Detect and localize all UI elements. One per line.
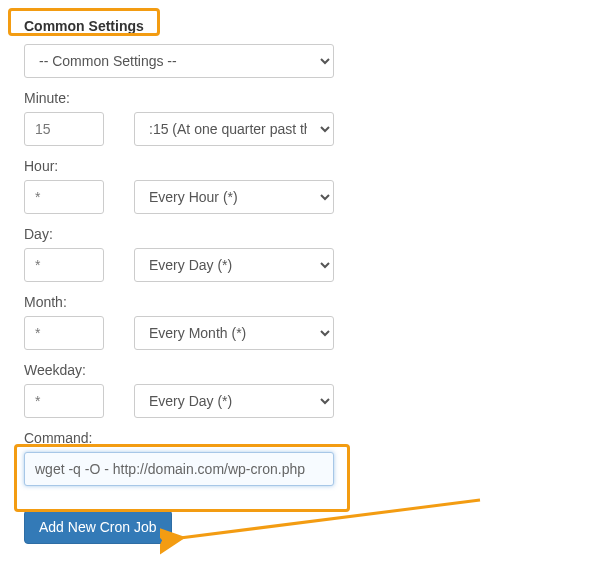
hour-input[interactable]	[24, 180, 104, 214]
month-select[interactable]: Every Month (*)	[134, 316, 334, 350]
month-input[interactable]	[24, 316, 104, 350]
hour-label: Hour:	[24, 158, 576, 174]
day-label: Day:	[24, 226, 576, 242]
weekday-select[interactable]: Every Day (*)	[134, 384, 334, 418]
weekday-input[interactable]	[24, 384, 104, 418]
common-settings-select[interactable]: -- Common Settings --	[24, 44, 334, 78]
day-select[interactable]: Every Day (*)	[134, 248, 334, 282]
weekday-label: Weekday:	[24, 362, 576, 378]
minute-select[interactable]: :15 (At one quarter past the hour)	[134, 112, 334, 146]
day-input[interactable]	[24, 248, 104, 282]
command-input[interactable]	[24, 452, 334, 486]
command-label: Command:	[24, 430, 576, 446]
hour-select[interactable]: Every Hour (*)	[134, 180, 334, 214]
month-label: Month:	[24, 294, 576, 310]
minute-label: Minute:	[24, 90, 576, 106]
add-cron-job-button[interactable]: Add New Cron Job	[24, 510, 172, 544]
common-settings-heading: Common Settings	[24, 18, 576, 34]
minute-input[interactable]	[24, 112, 104, 146]
